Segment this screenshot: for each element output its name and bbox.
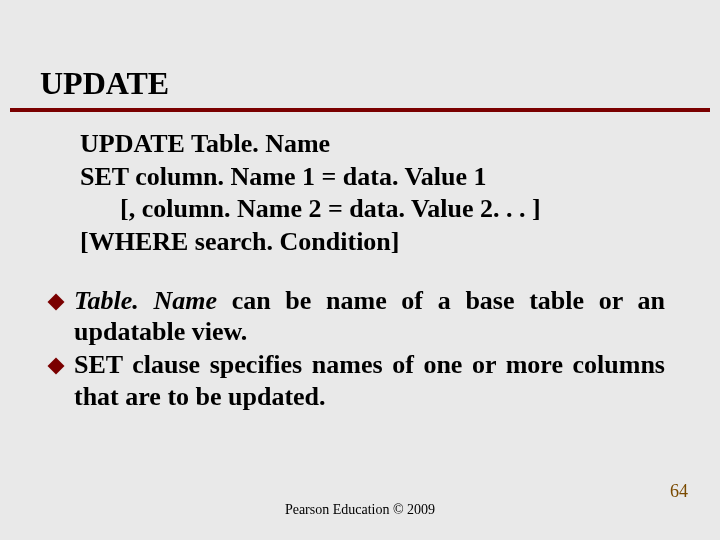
bullet-icon: [48, 358, 65, 375]
bullet-rest: SET clause specifies names of one or mor…: [74, 350, 665, 410]
bullet-item: SET clause specifies names of one or mor…: [50, 349, 665, 411]
footer-credit: Pearson Education © 2009: [0, 502, 720, 518]
syntax-line-1: UPDATE Table. Name: [80, 128, 541, 161]
syntax-line-3: [, column. Name 2 = data. Value 2. . . ]: [80, 193, 541, 226]
bullet-list: Table. Name can be name of a base table …: [50, 285, 665, 414]
title-underline: [10, 108, 710, 112]
slide-title: UPDATE: [40, 65, 169, 102]
bullet-item: Table. Name can be name of a base table …: [50, 285, 665, 347]
slide: UPDATE UPDATE Table. Name SET column. Na…: [0, 0, 720, 540]
sql-syntax-block: UPDATE Table. Name SET column. Name 1 = …: [80, 128, 541, 258]
page-number: 64: [670, 481, 688, 502]
syntax-line-2: SET column. Name 1 = data. Value 1: [80, 161, 541, 194]
bullet-emph: Table. Name: [74, 286, 217, 315]
bullet-text: SET clause specifies names of one or mor…: [74, 349, 665, 411]
bullet-text: Table. Name can be name of a base table …: [74, 285, 665, 347]
syntax-line-4: [WHERE search. Condition]: [80, 226, 541, 259]
bullet-icon: [48, 294, 65, 311]
